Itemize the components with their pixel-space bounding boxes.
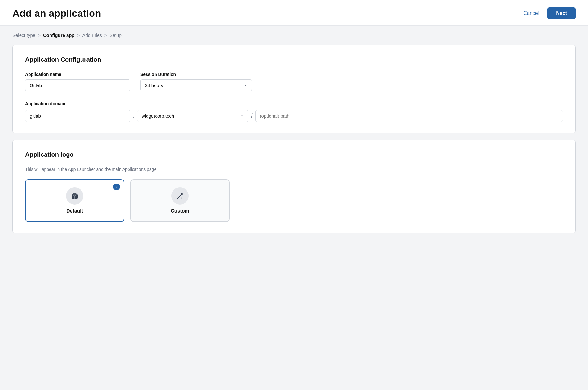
breadcrumb-sep-3: > [104, 32, 107, 38]
domain-path-wrap [255, 110, 563, 122]
app-config-card: Application Configuration Application na… [12, 45, 576, 133]
logo-check-icon: ✓ [113, 184, 120, 190]
session-duration-label: Session Duration [140, 72, 252, 77]
custom-logo-icon: ✦ [176, 192, 184, 200]
breadcrumb-step-setup: Setup [110, 32, 122, 38]
breadcrumb: Select type > Configure app > Add rules … [0, 26, 588, 45]
path-input[interactable] [255, 110, 563, 122]
domain-row: . widgetcorp.tech widgetcorp.com widgetc… [25, 110, 563, 122]
domain-dot: . [133, 113, 134, 119]
app-domain-label: Application domain [25, 101, 563, 106]
breadcrumb-step-configure-app: Configure app [43, 32, 75, 38]
breadcrumb-step-add-rules: Add rules [82, 32, 102, 38]
app-domain-group: Application domain . widgetcorp.tech wid… [25, 101, 563, 122]
logo-default-label: Default [66, 208, 83, 214]
domain-subdomain-wrap [25, 110, 130, 122]
main-content: Application Configuration Application na… [0, 45, 588, 233]
default-logo-icon [70, 191, 79, 201]
app-logo-description: This will appear in the App Launcher and… [25, 167, 563, 172]
logo-options: ✓ Default [25, 179, 563, 222]
app-logo-title: Application logo [25, 151, 563, 158]
logo-custom-label: Custom [171, 208, 189, 214]
svg-point-7 [182, 193, 183, 194]
breadcrumb-sep-1: > [38, 32, 41, 38]
session-duration-select[interactable]: 30 minutes 1 hour 6 hours 12 hours 24 ho… [140, 79, 252, 91]
breadcrumb-step-select-type: Select type [12, 32, 35, 38]
domain-select-wrap: widgetcorp.tech widgetcorp.com widgetcor… [137, 110, 248, 122]
logo-default-icon-wrap [66, 187, 83, 205]
header-actions: Cancel Next [519, 7, 576, 19]
domain-slash: / [251, 112, 253, 119]
logo-custom-icon-wrap: ✦ [171, 187, 189, 205]
session-duration-group: Session Duration 30 minutes 1 hour 6 hou… [140, 72, 252, 91]
app-name-input[interactable] [25, 79, 130, 91]
next-button[interactable]: Next [547, 7, 576, 19]
page-title: Add an application [12, 8, 101, 19]
logo-option-default[interactable]: ✓ Default [25, 179, 124, 222]
svg-text:✦: ✦ [181, 197, 183, 200]
app-logo-card: Application logo This will appear in the… [12, 140, 576, 233]
app-name-group: Application name [25, 72, 130, 91]
subdomain-input[interactable] [25, 110, 130, 122]
app-config-title: Application Configuration [25, 56, 563, 63]
form-row-name-session: Application name Session Duration 30 min… [25, 72, 563, 91]
domain-select[interactable]: widgetcorp.tech widgetcorp.com widgetcor… [137, 110, 248, 122]
logo-option-custom[interactable]: ✦ Custom [130, 179, 230, 222]
breadcrumb-sep-2: > [77, 32, 80, 38]
cancel-button[interactable]: Cancel [519, 8, 544, 19]
header: Add an application Cancel Next [0, 0, 588, 26]
app-name-label: Application name [25, 72, 130, 77]
